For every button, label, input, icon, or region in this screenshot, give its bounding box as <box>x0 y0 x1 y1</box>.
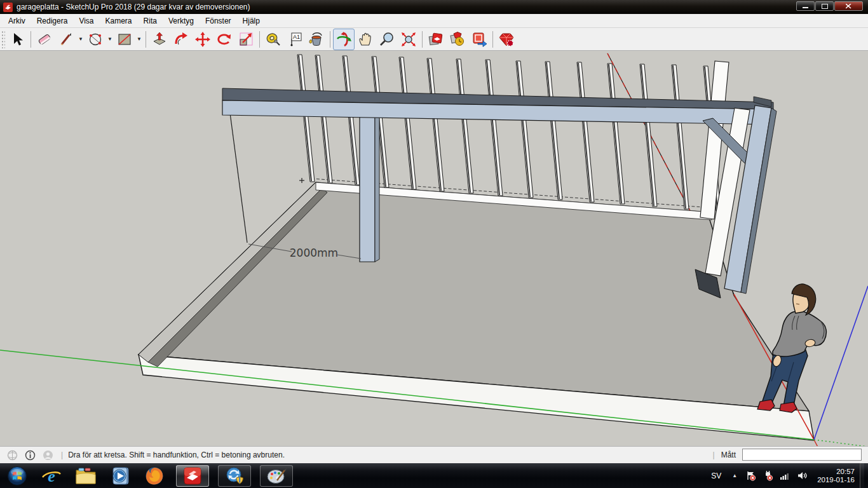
arc-icon <box>87 31 104 48</box>
eraser-tool-button[interactable] <box>34 29 55 50</box>
toolbar-drag-handle[interactable] <box>1 30 5 48</box>
taskbar-paint-app[interactable] <box>260 465 293 487</box>
geolocation-icon[interactable] <box>7 450 18 461</box>
taskbar: e <box>0 463 868 488</box>
clock-time: 20:57 <box>817 468 855 476</box>
orbit-icon <box>336 31 352 48</box>
move-icon <box>194 31 211 48</box>
share-model-icon <box>449 31 466 48</box>
select-tool-button[interactable] <box>6 29 28 50</box>
3d-warehouse-icon <box>428 31 444 48</box>
tape-measure-icon <box>265 31 281 48</box>
menu-visa[interactable]: Visa <box>73 15 99 27</box>
pan-hand-icon <box>357 31 374 48</box>
paint-bucket-tool-button[interactable] <box>306 29 327 50</box>
taskbar-windows-explorer[interactable] <box>73 465 98 487</box>
arc-tool-dropdown[interactable]: ▼ <box>106 29 114 50</box>
menu-arkiv[interactable]: Arkiv <box>3 15 31 27</box>
sketchup-window-icon[interactable] <box>3 3 13 12</box>
text-tool-button[interactable]: A1 <box>284 29 306 50</box>
zoom-tool-button[interactable] <box>376 29 398 50</box>
close-button[interactable] <box>834 1 863 11</box>
extension-warehouse-button[interactable] <box>496 29 517 50</box>
power-plug-error-icon[interactable] <box>763 470 773 481</box>
middle-post <box>360 107 379 262</box>
scale-tool-button[interactable] <box>235 29 257 50</box>
model-scene: 2000mm <box>0 51 868 446</box>
taskbar-internet-explorer[interactable]: e <box>39 465 64 487</box>
taskbar-updater[interactable] <box>218 465 251 487</box>
minimize-button[interactable] <box>796 1 815 11</box>
arc-tool-button[interactable] <box>85 29 106 50</box>
share-model-button[interactable] <box>447 29 468 50</box>
menubar: Arkiv Redigera Visa Kamera Rita Verktyg … <box>0 14 868 28</box>
maximize-button[interactable] <box>815 1 834 11</box>
paint-palette-icon <box>266 466 287 485</box>
push-pull-tool-button[interactable] <box>149 29 170 50</box>
sketchup-logo-glyph <box>4 4 11 11</box>
svg-text:A1: A1 <box>293 34 300 40</box>
menu-hjalp[interactable]: Hjälp <box>237 15 266 27</box>
taskbar-clock[interactable]: 20:57 2019-01-16 <box>817 468 855 484</box>
scale-icon <box>238 31 254 48</box>
measure-label: Mått <box>721 451 736 459</box>
media-player-icon <box>110 466 130 486</box>
dimension-label: 2000mm <box>290 247 338 259</box>
user-avatar-icon[interactable] <box>43 450 53 461</box>
taskbar-sketchup-active[interactable] <box>176 465 209 487</box>
measure-separator: | <box>713 451 715 459</box>
tray-expand-chevron[interactable]: ▲ <box>727 473 742 478</box>
rectangle-tool-dropdown[interactable]: ▼ <box>135 29 143 50</box>
menu-rita[interactable]: Rita <box>138 15 163 27</box>
clock-date: 2019-01-16 <box>817 476 855 484</box>
statusbar-separator: | <box>61 451 63 459</box>
toolbar: ▼ ▼ ▼ <box>0 28 868 51</box>
zoom-extents-tool-button[interactable] <box>398 29 419 50</box>
rotate-tool-button[interactable] <box>214 29 235 50</box>
statusbar: | Dra för att kretsa. Shift = handfunkti… <box>0 446 868 463</box>
line-tool-dropdown[interactable]: ▼ <box>77 29 85 50</box>
show-desktop-button[interactable] <box>860 463 864 488</box>
rectangle-tool-button[interactable] <box>114 29 135 50</box>
taskbar-firefox[interactable] <box>142 465 167 487</box>
desktop: garageplatta - SketchUp Pro 2018 (29 dag… <box>0 0 868 488</box>
person-shoe <box>757 400 775 410</box>
folder-icon <box>75 466 97 485</box>
extension-warehouse-icon <box>498 31 515 48</box>
measurement-input[interactable] <box>742 449 862 461</box>
select-arrow-icon <box>9 31 25 48</box>
send-to-layout-icon <box>471 31 487 48</box>
menu-fonster[interactable]: Fönster <box>200 15 237 27</box>
eraser-icon <box>36 31 53 48</box>
tape-measure-tool-button[interactable] <box>262 29 284 50</box>
window-title: garageplatta - SketchUp Pro 2018 (29 dag… <box>17 3 250 11</box>
line-tool-button[interactable] <box>55 29 77 50</box>
menu-kamera[interactable]: Kamera <box>100 15 138 27</box>
language-indicator[interactable]: SV <box>705 471 727 480</box>
start-button[interactable] <box>4 465 30 487</box>
pan-tool-button[interactable] <box>355 29 376 50</box>
follow-me-tool-button[interactable] <box>170 29 192 50</box>
window-titlebar: garageplatta - SketchUp Pro 2018 (29 dag… <box>0 0 868 14</box>
taskbar-media-player[interactable] <box>107 465 133 487</box>
person-shoe <box>780 402 797 412</box>
paint-bucket-icon <box>308 31 325 48</box>
zoom-icon <box>379 31 395 48</box>
send-to-layout-button[interactable] <box>468 29 490 50</box>
orbit-tool-button[interactable] <box>333 29 355 50</box>
rectangle-icon <box>116 31 133 48</box>
volume-speaker-icon[interactable] <box>797 470 808 481</box>
move-tool-button[interactable] <box>192 29 214 50</box>
push-pull-icon <box>151 31 168 48</box>
network-signal-icon[interactable] <box>780 470 790 481</box>
menu-redigera[interactable]: Redigera <box>31 15 74 27</box>
firefox-icon <box>144 466 165 486</box>
windows-start-orb-icon <box>7 466 27 486</box>
viewport-3d[interactable]: 2000mm <box>0 51 868 446</box>
text-tool-icon: A1 <box>287 31 303 48</box>
action-center-flag-icon[interactable] <box>745 470 756 481</box>
menu-verktyg[interactable]: Verktyg <box>163 15 200 27</box>
rotate-icon <box>216 31 233 48</box>
3d-warehouse-button[interactable] <box>425 29 447 50</box>
info-icon[interactable] <box>25 450 36 461</box>
